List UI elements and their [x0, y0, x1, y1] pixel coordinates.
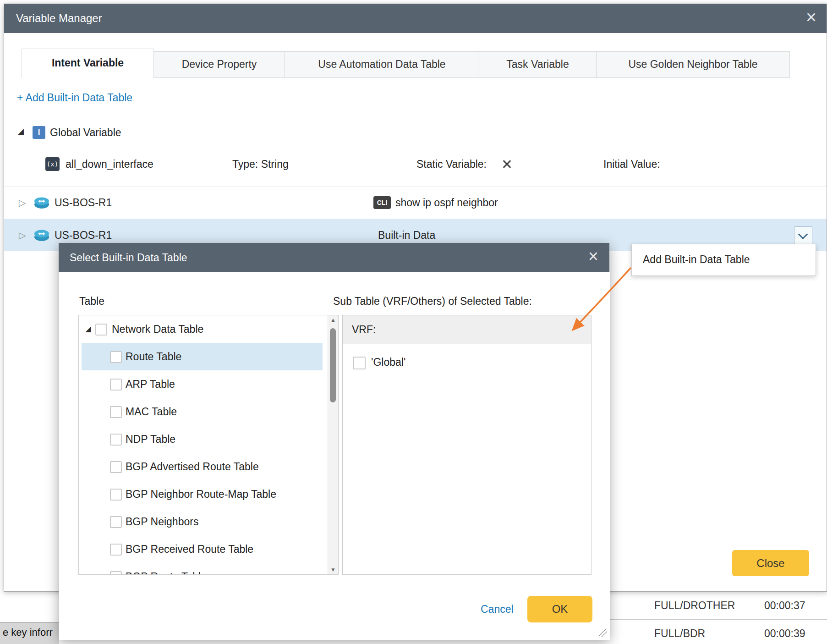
dialog-close-icon[interactable]: ×	[588, 243, 598, 270]
device-name: US-BOS-R1	[55, 187, 112, 219]
scroll-up-icon[interactable]: ▲	[328, 317, 338, 323]
tab-task-variable[interactable]: Task Variable	[478, 51, 597, 78]
checkbox[interactable]	[95, 324, 107, 336]
subtable-section-label: Sub Table (VRF/Others) of Selected Table…	[333, 295, 532, 308]
checkbox[interactable]	[110, 489, 122, 501]
router-icon	[33, 229, 50, 242]
ok-button[interactable]: OK	[527, 596, 592, 622]
global-variable-icon: I	[33, 126, 45, 139]
global-variable-label: Global Variable	[50, 122, 121, 143]
router-icon	[33, 196, 50, 209]
subtable-panel: VRF: 'Global'	[342, 315, 591, 575]
add-built-in-data-table-menu-item[interactable]: Add Built-in Data Table	[631, 244, 816, 276]
list-item-ndp-table[interactable]: NDP Table	[82, 425, 323, 453]
tab-use-automation-data-table[interactable]: Use Automation Data Table	[285, 51, 479, 78]
list-item-arp-table[interactable]: ARP Table	[82, 370, 323, 398]
list-item-label: BGP Received Route Table	[126, 535, 253, 563]
tree-row-variable[interactable]: (x) all_down_interface Type: String Stat…	[4, 153, 827, 175]
list-item-label: BGP Route Table	[126, 563, 207, 575]
window-title: Variable Manager	[16, 4, 827, 33]
checkbox[interactable]	[110, 461, 122, 473]
variable-name: all_down_interface	[66, 153, 153, 175]
close-button[interactable]: Close	[732, 550, 809, 576]
checkbox[interactable]	[110, 406, 122, 418]
list-item-label: NDP Table	[126, 425, 175, 453]
variable-type-label: Type: String	[232, 153, 289, 175]
scrollbar[interactable]: ▲ ▼	[328, 315, 338, 574]
list-item-label: BGP Neighbors	[126, 508, 198, 535]
list-item-bgp-received-route-table[interactable]: BGP Received Route Table	[82, 535, 323, 563]
neighbor-state: FULL/DROTHER	[654, 592, 735, 619]
list-item-bgp-advertised-route-table[interactable]: BGP Advertised Route Table	[82, 453, 323, 480]
checkbox[interactable]	[110, 351, 122, 363]
list-item-label: BGP Neighbor Route-Map Table	[126, 480, 276, 508]
list-item-bgp-neighbors[interactable]: BGP Neighbors	[82, 508, 323, 535]
row-dropdown-button[interactable]	[794, 226, 812, 245]
checkbox[interactable]	[110, 434, 122, 446]
close-icon[interactable]: ×	[806, 4, 816, 30]
checkbox[interactable]	[110, 544, 122, 556]
dialog-titlebar: Select Built-in Data Table ×	[59, 243, 609, 272]
resize-handle-icon[interactable]	[599, 629, 607, 637]
variable-icon: (x)	[45, 157, 60, 171]
chevron-down-icon	[798, 230, 808, 239]
list-item-label: ARP Table	[126, 370, 175, 398]
tree-row-device-cli[interactable]: ▷ US-BOS-R1 CLI show ip ospf neighbor	[4, 187, 827, 219]
checkbox[interactable]	[110, 379, 122, 391]
background-status-bar: e key inforr	[0, 622, 59, 644]
table-list-panel: ◢ Network Data Table Route Table ARP Tab…	[78, 315, 339, 575]
table-section-label: Table	[79, 295, 104, 308]
list-item-bgp-route-table[interactable]: BGP Route Table	[82, 563, 323, 575]
checkbox[interactable]	[110, 516, 122, 528]
table-row: FULL/DROTHER 00:00:37	[609, 592, 827, 620]
select-built-in-data-table-dialog: Select Built-in Data Table × Table Sub T…	[59, 243, 609, 640]
neighbor-time: 00:00:37	[764, 592, 805, 619]
static-variable-label: Static Variable:	[416, 153, 487, 175]
background-status-text: e key inforr	[3, 627, 59, 638]
list-item-label: MAC Table	[126, 398, 177, 425]
menu-item-label: Add Built-in Data Table	[643, 244, 816, 275]
scrollbar-thumb[interactable]	[330, 328, 336, 402]
list-item-label: Route Table	[126, 343, 181, 370]
checkbox[interactable]	[353, 357, 366, 369]
expand-icon[interactable]: ▷	[19, 219, 26, 251]
cancel-button[interactable]: Cancel	[481, 603, 514, 616]
initial-value-label: Initial Value:	[603, 153, 660, 175]
collapse-expanded-icon[interactable]: ◢	[85, 315, 91, 343]
tab-device-property[interactable]: Device Property	[153, 51, 286, 78]
clear-static-icon[interactable]	[502, 159, 512, 169]
neighbor-state: FULL/BDR	[654, 620, 705, 644]
tree-row-global-variable[interactable]: ◢ I Global Variable	[4, 122, 827, 143]
collapse-expanded-icon[interactable]: ◢	[18, 127, 24, 136]
vrf-option-label: 'Global'	[371, 352, 405, 372]
add-built-in-data-table-link[interactable]: + Add Built-in Data Table	[17, 92, 132, 104]
cli-badge-icon: CLI	[373, 196, 391, 209]
vrf-label: VRF:	[352, 315, 591, 344]
checkbox[interactable]	[110, 571, 122, 575]
device-command: show ip ospf neighbor	[395, 187, 498, 219]
neighbor-time: 00:00:39	[764, 620, 805, 644]
list-item-bgp-neighbor-route-map-table[interactable]: BGP Neighbor Route-Map Table	[82, 480, 323, 508]
tree-node-network-data-table[interactable]: ◢ Network Data Table	[82, 315, 323, 343]
window-titlebar: Variable Manager ×	[4, 4, 827, 33]
list-item-route-table[interactable]: Route Table	[82, 343, 323, 370]
tree-node-label: Network Data Table	[112, 315, 203, 343]
list-item-mac-table[interactable]: MAC Table	[82, 398, 323, 425]
dialog-title: Select Built-in Data Table	[70, 243, 609, 272]
background-neighbor-table: FULL/DROTHER 00:00:37 FULL/BDR 00:00:39	[609, 591, 827, 644]
tab-use-golden-neighbor-table[interactable]: Use Golden Neighbor Table	[596, 51, 790, 78]
tab-intent-variable[interactable]: Intent Variable	[22, 49, 154, 78]
vrf-option-global[interactable]: 'Global'	[343, 352, 591, 372]
vrf-header: VRF:	[343, 315, 591, 344]
scroll-down-icon[interactable]: ▼	[328, 567, 338, 573]
dialog-body: Table Sub Table (VRF/Others) of Selected…	[59, 272, 610, 640]
table-row: FULL/BDR 00:00:39	[609, 620, 827, 644]
list-item-label: BGP Advertised Route Table	[126, 453, 259, 480]
expand-icon[interactable]: ▷	[19, 187, 26, 219]
